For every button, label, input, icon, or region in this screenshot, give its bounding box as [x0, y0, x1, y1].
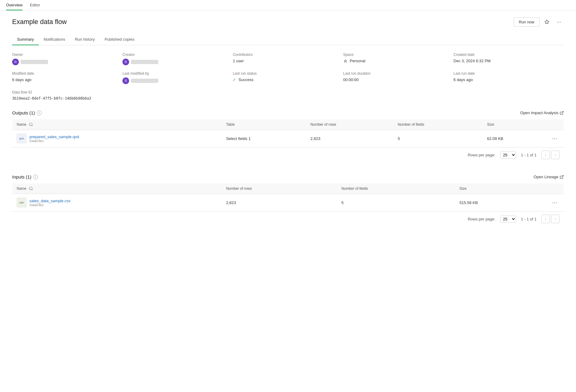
meta-last-run-duration-label: Last run duration	[343, 71, 454, 76]
meta-space-value: Personal	[343, 59, 454, 63]
meta-space: Space Personal	[343, 53, 454, 65]
inputs-name-search-icon[interactable]	[29, 186, 33, 191]
external-link-icon	[560, 111, 564, 115]
inputs-col-fields: Number of fields	[337, 183, 455, 194]
main-content: Example data flow Run now ⋯ Summary Noti…	[0, 11, 576, 244]
qvd-file-icon: QVD	[17, 134, 26, 143]
lineage-external-link-icon	[560, 175, 564, 179]
meta-last-run-duration-value: 00:00:00	[343, 77, 454, 82]
outputs-next-page-button[interactable]: ›	[551, 151, 560, 159]
meta-created-date-label: Created date	[454, 53, 564, 57]
input-actions-cell: ⋯	[546, 194, 564, 211]
inputs-col-rows: Number of rows	[222, 183, 337, 194]
meta-last-run-status: Last run status ✓ Success	[233, 71, 343, 84]
run-now-button[interactable]: Run now	[514, 17, 540, 27]
outputs-table-body: QVD prepared_sales_sample.qvd DataFiles …	[12, 130, 564, 147]
inputs-pagination: Rows per page: 25 50 100 1 - 1 of 1 ‹ ›	[12, 211, 564, 226]
outputs-pagination-nav: ‹ ›	[541, 151, 560, 159]
inputs-header: Inputs (1) i Open Lineage	[12, 174, 564, 179]
input-file-name[interactable]: sales_data_sample.csv	[29, 199, 70, 203]
svg-line-2	[561, 111, 563, 113]
name-search-icon[interactable]	[29, 122, 33, 127]
inputs-rows-per-page-select[interactable]: 25 50 100	[500, 216, 516, 223]
input-name-cell: CSV sales_data_sample.csv DataFiles	[12, 194, 222, 211]
meta-last-run-status-label: Last run status	[233, 71, 343, 76]
outputs-table: Name Table Number of rows Number of fiel…	[12, 119, 564, 147]
output-fields-cell: 5	[393, 130, 483, 147]
output-file-sub: DataFiles	[29, 139, 79, 143]
outputs-info-icon[interactable]: i	[37, 111, 42, 115]
meta-data-flow-id: Data flow ID 3b19eea2-0def-47f5-b0fc-146…	[12, 90, 122, 101]
outputs-title: Outputs (1) i	[12, 110, 42, 115]
inputs-info-icon[interactable]: i	[33, 175, 38, 179]
outputs-rows-per-page-select[interactable]: 25 50 100	[500, 152, 516, 159]
outputs-rows-per-page-label: Rows per page:	[468, 153, 495, 157]
meta-last-modified-by-label: Last modified by	[122, 71, 233, 76]
outputs-page-info: 1 - 1 of 1	[521, 153, 537, 157]
tab-run-history[interactable]: Run history	[70, 34, 100, 45]
open-impact-analysis-link[interactable]: Open Impact Analysis	[520, 111, 564, 115]
input-fields-cell: 5	[337, 194, 455, 211]
meta-creator: Creator R	[122, 53, 233, 65]
meta-last-run-duration: Last run duration 00:00:00	[343, 71, 454, 84]
output-file-name[interactable]: prepared_sales_sample.qvd	[29, 135, 79, 139]
favorite-button[interactable]	[542, 17, 552, 27]
input-rows-cell: 2,823	[222, 194, 337, 211]
inputs-table: Name Number of rows Number of fields Siz…	[12, 183, 564, 211]
svg-point-3	[29, 123, 32, 126]
meta-space-label: Space	[343, 53, 454, 57]
meta-creator-label: Creator	[122, 53, 233, 57]
inputs-pagination-nav: ‹ ›	[541, 215, 560, 223]
meta-last-modified-by-value: R	[122, 77, 233, 84]
meta-contributors-label: Contributors	[233, 53, 343, 57]
top-nav-overview[interactable]: Overview	[6, 0, 22, 10]
inputs-table-body: CSV sales_data_sample.csv DataFiles 2,82…	[12, 194, 564, 211]
svg-point-6	[29, 187, 32, 190]
tabs: Summary Notifications Run history Publis…	[12, 34, 564, 45]
meta-owner-label: Owner	[12, 53, 122, 57]
page-header: Example data flow Run now ⋯	[12, 17, 564, 27]
open-lineage-link[interactable]: Open Lineage	[533, 175, 564, 179]
meta-last-run-date-label: Last run date	[454, 71, 564, 76]
output-row-more-button[interactable]: ⋯	[550, 135, 559, 142]
last-modified-avatar: R	[122, 77, 129, 84]
meta-owner-value: R	[12, 59, 122, 65]
csv-file-icon: CSV	[17, 198, 26, 207]
outputs-section: Outputs (1) i Open Impact Analysis Name	[12, 110, 564, 162]
output-size-cell: 62.09 KB	[483, 130, 546, 147]
outputs-col-fields: Number of fields	[393, 119, 483, 130]
metadata-grid: Owner R Creator R Contributors 1 user Sp…	[12, 53, 564, 101]
meta-contributors-value: 1 user	[233, 59, 343, 63]
tab-notifications[interactable]: Notifications	[39, 34, 70, 45]
svg-point-1	[345, 60, 346, 61]
top-nav: Overview Editor	[0, 0, 576, 11]
inputs-prev-page-button[interactable]: ‹	[541, 215, 550, 223]
header-actions: Run now ⋯	[514, 17, 564, 27]
outputs-prev-page-button[interactable]: ‹	[541, 151, 550, 159]
outputs-col-name: Name	[12, 119, 222, 130]
inputs-section: Inputs (1) i Open Lineage Name Number of	[12, 174, 564, 226]
input-size-cell: 515.58 KB	[455, 194, 546, 211]
input-row-more-button[interactable]: ⋯	[550, 199, 559, 206]
inputs-table-header: Name Number of rows Number of fields Siz…	[12, 183, 564, 194]
svg-line-5	[561, 175, 563, 177]
outputs-col-rows: Number of rows	[306, 119, 393, 130]
tab-published-copies[interactable]: Published copies	[100, 34, 139, 45]
inputs-rows-per-page-label: Rows per page:	[468, 217, 495, 221]
meta-created-date: Created date Dec 3, 2024 6:32 PM	[454, 53, 564, 65]
meta-modified-date-label: Modified date	[12, 71, 122, 76]
meta-modified-date-value: 6 days ago	[12, 77, 122, 82]
meta-modified-date: Modified date 6 days ago	[12, 71, 122, 84]
meta-owner: Owner R	[12, 53, 122, 65]
output-rows-cell: 2,823	[306, 130, 393, 147]
meta-data-flow-id-label: Data flow ID	[12, 90, 122, 94]
output-table-cell: Select fields 1	[222, 130, 306, 147]
meta-last-modified-by: Last modified by R	[122, 71, 233, 84]
table-row: QVD prepared_sales_sample.qvd DataFiles …	[12, 130, 564, 147]
inputs-next-page-button[interactable]: ›	[551, 215, 560, 223]
inputs-col-name: Name	[12, 183, 222, 194]
input-file-sub: DataFiles	[29, 203, 70, 207]
more-options-button[interactable]: ⋯	[554, 17, 564, 27]
tab-summary[interactable]: Summary	[12, 34, 39, 45]
top-nav-editor[interactable]: Editor	[30, 0, 40, 10]
